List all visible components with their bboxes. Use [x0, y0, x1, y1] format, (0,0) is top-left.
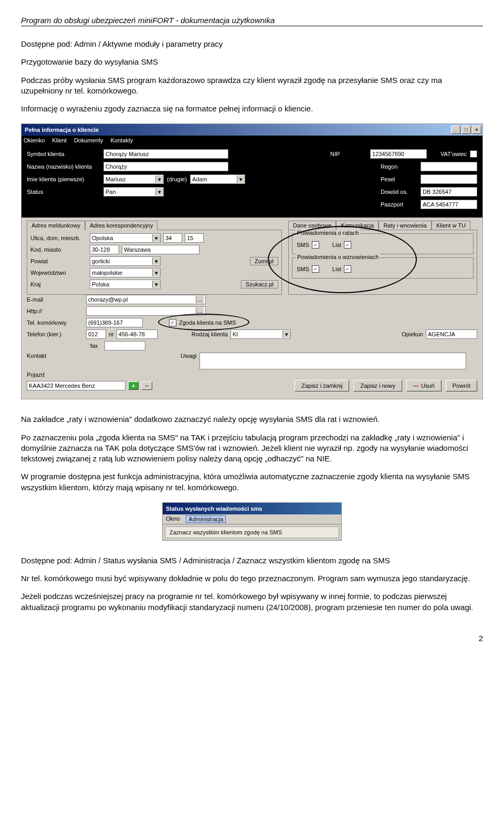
client-main-pane: Symbol klienta Chorąży Mariusz NIP 12345…: [22, 145, 482, 218]
checkbox-list-wznow[interactable]: ✓: [344, 265, 351, 273]
input-dowod[interactable]: DB 326547: [421, 187, 477, 197]
menu-dokumenty[interactable]: Dokumenty: [74, 137, 103, 143]
label-powiat: Powiat: [30, 258, 87, 264]
label-rodzaj: Rodzaj klienta: [192, 331, 228, 337]
label-vat: VAT'owiec: [440, 151, 467, 157]
input-kod[interactable]: 30-128: [90, 245, 119, 254]
button-powrot[interactable]: Powrót: [446, 380, 477, 391]
menubar: Okno Administracja: [163, 514, 341, 524]
menu-okienko[interactable]: Okienko: [24, 137, 45, 143]
divider: [21, 26, 483, 26]
ellipsis-icon[interactable]: …: [196, 307, 204, 315]
label-http: Http://: [27, 308, 83, 314]
combo-drugie[interactable]: Adam▾: [190, 174, 245, 184]
label-list-wznow: List: [332, 266, 341, 272]
chevron-down-icon: ▾: [152, 257, 160, 265]
input-mieszk[interactable]: 15: [185, 233, 204, 243]
paragraph-6: Po zaznaczeniu pola „zgoda klienta na SM…: [21, 432, 483, 465]
label-nip: NIP: [330, 151, 367, 157]
tab-komunikacja[interactable]: Komunikacja: [336, 221, 379, 230]
checkbox-list-raty[interactable]: ✓: [344, 241, 351, 249]
checkbox-zgoda-sms[interactable]: ✓: [169, 319, 176, 326]
button-zapisz-nowy[interactable]: Zapisz i nowy: [353, 380, 402, 391]
label-opiekun: Opiekun: [402, 331, 423, 337]
label-list-raty: List: [332, 242, 341, 248]
paragraph-desc-2: Informację o wyrażeniu zgody zaznacza si…: [21, 104, 483, 114]
close-button[interactable]: ×: [472, 126, 481, 134]
chevron-down-icon: ▾: [282, 331, 290, 338]
label-kraj: Kraj: [30, 281, 87, 287]
label-pojazd: Pojazd: [27, 371, 83, 378]
menu-okno[interactable]: Okno: [166, 515, 180, 523]
paragraph-8: Dostępne pod: Admin / Status wysłania SM…: [21, 555, 483, 566]
menu-administracja[interactable]: Administracja: [186, 515, 226, 523]
label-woj: Województwo: [30, 270, 87, 276]
minimize-button[interactable]: _: [451, 126, 460, 134]
input-pojazd[interactable]: KAA3423 Mercedes Benz: [27, 381, 125, 390]
chevron-down-icon: ▾: [152, 269, 160, 276]
tab-dane-osobowe[interactable]: Dane osobowe: [288, 221, 336, 230]
button-zumi[interactable]: Zumi.pl: [250, 257, 278, 265]
tab-adres-koresp[interactable]: Adres korespondencyjny: [85, 221, 158, 230]
menu-klient[interactable]: Klient: [52, 137, 67, 143]
combo-rodzaj[interactable]: Kl▾: [230, 329, 291, 339]
label-uwagi: Uwagi: [181, 353, 197, 359]
paragraph-heading: Przygotowanie bazy do wysyłania SMS: [21, 57, 483, 67]
input-kier[interactable]: 012: [86, 329, 106, 339]
label-paszport: Paszport: [381, 201, 417, 208]
label-drugie: (drugie): [167, 176, 187, 182]
input-pesel[interactable]: [421, 174, 477, 184]
label-imie: Imie klienta (pierwsze): [27, 176, 100, 182]
maximize-button[interactable]: □: [461, 126, 471, 134]
chevron-down-icon: ▾: [152, 234, 160, 242]
label-telkier: Telefon (kier.): [27, 331, 83, 337]
combo-woj[interactable]: małopolskie▾: [90, 268, 161, 277]
input-kom[interactable]: (691)389-167: [86, 318, 143, 327]
combo-kraj[interactable]: Polska▾: [90, 280, 161, 289]
ellipsis-icon[interactable]: …: [196, 296, 204, 303]
combo-ulica[interactable]: Opolska▾: [90, 233, 161, 243]
input-http[interactable]: …: [86, 306, 206, 316]
input-nazwa[interactable]: Chorąży: [103, 162, 228, 171]
combo-status[interactable]: Pan▾: [103, 187, 164, 197]
add-button[interactable]: +: [128, 381, 139, 390]
sms-status-window: Status wysłanych wiadomości sms Okno Adm…: [162, 502, 342, 541]
checkbox-vat[interactable]: [470, 150, 477, 158]
menu-item-zaznacz-zgode[interactable]: Zaznacz wszystkim klientom zgodę na SMS: [165, 527, 339, 538]
checkbox-sms-raty[interactable]: ✓: [312, 241, 319, 249]
input-dom[interactable]: 34: [163, 233, 182, 243]
input-nr[interactable]: 456-48-78: [117, 329, 158, 339]
tab-raty-wznowienia[interactable]: Raty i wnowienia: [379, 221, 432, 230]
input-regon[interactable]: [421, 162, 477, 171]
label-kom: Tel. komórkowy: [27, 319, 83, 326]
menu-kontakty[interactable]: Kontakty: [111, 137, 133, 143]
page-number: 2: [21, 634, 483, 643]
remove-button[interactable]: −: [141, 381, 152, 390]
combo-imie[interactable]: Mariusz▾: [103, 174, 164, 184]
label-pesel: Pesel: [381, 176, 417, 182]
tab-adres-meldunkowy[interactable]: Adres meldunkowy: [27, 221, 85, 230]
label-sms-raty: SMS: [297, 242, 309, 248]
input-email[interactable]: chorazy@wp.pl…: [86, 295, 206, 304]
chevron-down-icon: ▾: [237, 176, 245, 183]
label-kontakt: Kontakt: [27, 353, 83, 359]
input-paszport[interactable]: ACA 5454777: [421, 200, 477, 209]
input-miasto[interactable]: Warszawa: [122, 245, 200, 254]
combo-powiat[interactable]: gorlicki▾: [90, 256, 161, 266]
input-symbol[interactable]: Chorąży Mariusz: [103, 149, 228, 159]
button-szukacz[interactable]: Szukacz.pl: [241, 280, 278, 288]
input-fax[interactable]: [104, 341, 145, 350]
tab-klient-tu[interactable]: Klient w TU: [432, 221, 470, 230]
paragraph-10: Jeżeli podczas wcześniejszej pracy na pr…: [21, 591, 483, 613]
button-zapisz-zamknij[interactable]: Zapisz i zamknij: [295, 380, 349, 391]
input-uwagi[interactable]: [200, 353, 466, 369]
chevron-down-icon: ▾: [155, 176, 163, 183]
label-zgoda-sms: Zgoda klienta na SMS: [179, 319, 236, 326]
checkbox-sms-wznow[interactable]: ✓: [312, 265, 319, 273]
paragraph-9: Nr tel. komórkowego musi być wpisywany d…: [21, 573, 483, 584]
input-nip[interactable]: 1234567890: [370, 149, 427, 159]
button-usun[interactable]: —Usuń: [406, 380, 442, 391]
input-opiekun[interactable]: AGENCJA: [426, 329, 477, 339]
titlebar: Status wysłanych wiadomości sms: [163, 503, 341, 514]
client-detail-pane: Adres meldunkowy Adres korespondencyjny …: [22, 218, 482, 399]
